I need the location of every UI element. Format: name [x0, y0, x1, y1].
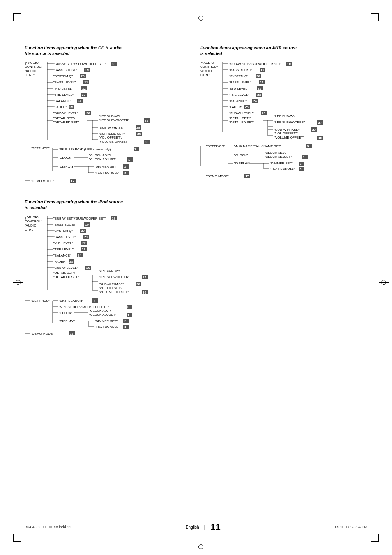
svg-text:21: 21	[84, 81, 88, 84]
svg-text:"BASS LEVEL": "BASS LEVEL"	[53, 235, 76, 239]
svg-text:27: 27	[143, 275, 146, 279]
svg-text:"DEMO MODE": "DEMO MODE"	[206, 174, 229, 178]
svg-text:"DEMO MODE": "DEMO MODE"	[31, 179, 54, 183]
svg-text:28: 28	[136, 126, 140, 130]
svg-text:3: 3	[124, 325, 126, 329]
svg-text:24: 24	[253, 99, 257, 103]
language-label: English	[186, 525, 199, 530]
svg-text:"LPF SUBWOOFER": "LPF SUBWOOFER"	[274, 120, 305, 124]
svg-text:29: 29	[137, 132, 141, 136]
svg-text:"SETTINGS": "SETTINGS"	[31, 299, 50, 303]
svg-text:"BASS BOOST": "BASS BOOST"	[53, 68, 77, 72]
corner-bracket-bl	[13, 534, 21, 542]
svg-text:23: 23	[82, 93, 85, 97]
svg-text:"SUB-W LEVEL": "SUB-W LEVEL"	[53, 111, 78, 115]
svg-text:19: 19	[85, 68, 89, 72]
svg-text:1: 1	[127, 313, 129, 317]
svg-text:"TRE LEVEL": "TRE LEVEL"	[53, 247, 74, 251]
footer-date: 09.10.1 8:23:54 PM	[335, 525, 367, 529]
cd-audio-section: Function items appearing when the CD & a…	[25, 45, 192, 187]
svg-text:"SKIP SEARCH" (USB source only: "SKIP SEARCH" (USB source only)	[59, 148, 111, 151]
svg-text:"AUDIO: "AUDIO	[25, 224, 36, 227]
svg-text:"CLOCK": "CLOCK"	[234, 153, 248, 157]
svg-text:"MID LEVEL": "MID LEVEL"	[53, 87, 73, 90]
svg-text:"SYSTEM Q": "SYSTEM Q"	[53, 74, 73, 78]
svg-text:22: 22	[82, 241, 86, 245]
svg-text:"CLOCK": "CLOCK"	[59, 311, 72, 315]
svg-text:"CLOCK ADJ"/: "CLOCK ADJ"/	[265, 151, 286, 155]
svg-text:"FADER": "FADER"	[53, 105, 67, 109]
page-number: 11	[210, 522, 220, 532]
svg-text:"LPF SUBWOOFER": "LPF SUBWOOFER"	[99, 275, 129, 279]
corner-bracket-tr	[371, 13, 379, 21]
svg-text:"SUB-W LEVEL": "SUB-W LEVEL"	[229, 111, 254, 115]
svg-text:22: 22	[82, 87, 86, 90]
svg-text:┌"AUDIO: ┌"AUDIO	[25, 215, 39, 220]
svg-text:"MPLIST DEL"/"MPLIST DELETE": "MPLIST DEL"/"MPLIST DELETE"	[59, 305, 109, 309]
svg-text:8: 8	[307, 144, 309, 148]
svg-text:2: 2	[124, 165, 126, 169]
svg-text:"TRE LEVEL": "TRE LEVEL"	[53, 93, 74, 97]
svg-text:24: 24	[78, 99, 81, 103]
svg-text:CTRL": CTRL"	[200, 73, 210, 77]
svg-text:"SYSTEM Q": "SYSTEM Q"	[53, 229, 73, 233]
svg-text:6: 6	[127, 305, 129, 309]
svg-text:"DISPLAY": "DISPLAY"	[59, 319, 75, 323]
svg-text:17: 17	[70, 332, 74, 335]
svg-text:23: 23	[82, 247, 85, 251]
svg-text:17: 17	[71, 179, 74, 183]
svg-text:"AUDIO: "AUDIO	[200, 69, 212, 73]
aux-tree: ┌"AUDIO CONTROL'/ "AUDIO CTRL" "SUB-W SE…	[200, 60, 364, 187]
svg-text:18: 18	[287, 62, 291, 66]
footer: B64 4529 00_00_en.indd 11 English | 11 0…	[25, 522, 367, 532]
svg-text:"VOLUME OFFSET": "VOLUME OFFSET"	[99, 140, 129, 143]
svg-text:21: 21	[260, 81, 263, 84]
svg-text:"SUB-W PHASE": "SUB-W PHASE"	[274, 128, 300, 132]
svg-text:"VOL OFFSET"/: "VOL OFFSET"/	[274, 132, 298, 135]
svg-text:27: 27	[145, 119, 148, 123]
svg-text:"SUB-W PHASE": "SUB-W PHASE"	[99, 282, 124, 286]
svg-text:20: 20	[81, 74, 85, 78]
svg-text:"DISPLAY": "DISPLAY"	[234, 162, 250, 165]
svg-text:"CLOCK ADJ"/: "CLOCK ADJ"/	[89, 153, 111, 157]
page-separator: |	[204, 524, 206, 530]
svg-text:23: 23	[257, 93, 261, 97]
svg-text:"BASS BOOST": "BASS BOOST"	[229, 68, 252, 72]
svg-text:"BALANCE": "BALANCE"	[53, 99, 71, 103]
footer-file: B64 4529 00_00_en.indd 11	[25, 525, 71, 529]
ipod-title: Function items appearing when the iPod s…	[25, 199, 367, 210]
svg-text:"DIMMER SET": "DIMMER SET"	[270, 162, 293, 165]
svg-text:2: 2	[300, 162, 302, 166]
svg-text:"CLOCK ADJUST": "CLOCK ADJUST"	[265, 155, 292, 159]
svg-text:"DETAIL SET"/: "DETAIL SET"/	[229, 116, 251, 120]
corner-bracket-tl	[13, 13, 21, 21]
corner-bracket-br	[371, 534, 379, 542]
svg-text:1: 1	[303, 155, 305, 159]
svg-text:"MID LEVEL": "MID LEVEL"	[229, 87, 249, 90]
top-sections: Function items appearing when the CD & a…	[25, 45, 367, 187]
svg-text:18: 18	[112, 217, 115, 220]
svg-text:22: 22	[258, 87, 261, 90]
svg-text:┌"AUDIO: ┌"AUDIO	[25, 61, 39, 65]
footer-page: English | 11	[186, 522, 221, 532]
svg-text:"BASS LEVEL": "BASS LEVEL"	[229, 81, 251, 84]
svg-text:"LPF SUBWOOFER": "LPF SUBWOOFER"	[99, 118, 129, 122]
svg-text:29: 29	[312, 128, 316, 132]
svg-text:"DETAILED SET": "DETAILED SET"	[53, 120, 79, 124]
svg-text:20: 20	[81, 229, 85, 233]
main-content: Function items appearing when the CD & a…	[25, 45, 367, 338]
svg-text:25: 25	[245, 105, 249, 109]
svg-text:18: 18	[112, 62, 115, 66]
svg-text:7: 7	[134, 148, 136, 151]
cd-audio-tree: ┌"AUDIO CONTROL'/ "AUDIO CTRL" "SUB-W SE…	[25, 60, 189, 187]
svg-text:17: 17	[245, 174, 249, 178]
svg-text:25: 25	[69, 105, 73, 109]
svg-text:"VOL OFFSET"/: "VOL OFFSET"/	[99, 136, 122, 139]
svg-text:24: 24	[78, 254, 81, 257]
svg-text:26: 26	[86, 111, 90, 115]
svg-text:"DIMMER SET": "DIMMER SET"	[95, 165, 118, 169]
ipod-section: Function items appearing when the iPod s…	[25, 199, 367, 337]
svg-text:"FADER": "FADER"	[53, 260, 67, 264]
svg-text:30: 30	[145, 140, 148, 144]
svg-text:26: 26	[86, 266, 90, 270]
